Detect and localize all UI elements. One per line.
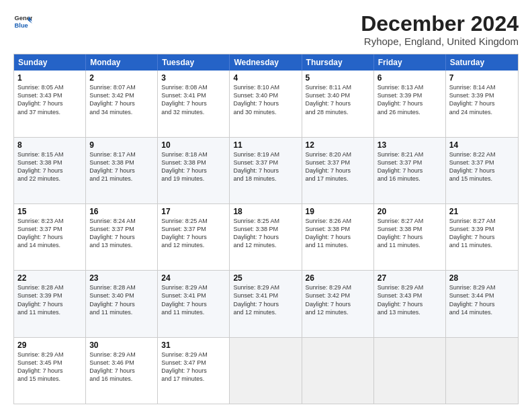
header-day-sunday: Sunday <box>14 54 86 71</box>
day-number: 30 <box>89 340 154 350</box>
calendar-day-31: 31Sunrise: 8:29 AMSunset: 3:47 PMDayligh… <box>158 338 230 404</box>
calendar-day-empty <box>446 338 518 404</box>
day-info: Sunrise: 8:14 AMSunset: 3:39 PMDaylight:… <box>449 83 515 116</box>
calendar-day-empty <box>230 338 302 404</box>
calendar-day-16: 16Sunrise: 8:24 AMSunset: 3:37 PMDayligh… <box>86 204 158 270</box>
calendar-body: 1Sunrise: 8:05 AMSunset: 3:43 PMDaylight… <box>14 71 518 404</box>
day-info: Sunrise: 8:25 AMSunset: 3:38 PMDaylight:… <box>233 217 298 250</box>
day-number: 14 <box>449 140 515 150</box>
day-info: Sunrise: 8:29 AMSunset: 3:44 PMDaylight:… <box>449 283 515 316</box>
day-number: 9 <box>89 140 154 150</box>
day-info: Sunrise: 8:21 AMSunset: 3:37 PMDaylight:… <box>378 150 442 183</box>
calendar-week-4: 22Sunrise: 8:28 AMSunset: 3:39 PMDayligh… <box>14 270 518 336</box>
calendar-day-30: 30Sunrise: 8:29 AMSunset: 3:46 PMDayligh… <box>86 338 158 404</box>
day-info: Sunrise: 8:28 AMSunset: 3:40 PMDaylight:… <box>89 283 154 316</box>
calendar-day-8: 8Sunrise: 8:15 AMSunset: 3:38 PMDaylight… <box>14 138 86 203</box>
day-number: 2 <box>89 73 154 83</box>
calendar-day-empty <box>374 338 446 404</box>
day-info: Sunrise: 8:05 AMSunset: 3:43 PMDaylight:… <box>17 83 82 116</box>
logo: General Blue General Blue <box>13 12 32 31</box>
header-day-wednesday: Wednesday <box>230 54 302 71</box>
day-number: 10 <box>161 140 226 150</box>
day-info: Sunrise: 8:10 AMSunset: 3:40 PMDaylight:… <box>233 83 298 116</box>
calendar-day-5: 5Sunrise: 8:11 AMSunset: 3:40 PMDaylight… <box>302 71 374 136</box>
calendar-day-3: 3Sunrise: 8:08 AMSunset: 3:41 PMDaylight… <box>158 71 230 136</box>
day-info: Sunrise: 8:29 AMSunset: 3:45 PMDaylight:… <box>17 351 82 383</box>
header-day-friday: Friday <box>374 54 446 71</box>
day-number: 21 <box>449 207 515 216</box>
header: General Blue General Blue December 2024 … <box>13 12 519 47</box>
day-info: Sunrise: 8:18 AMSunset: 3:38 PMDaylight:… <box>161 150 226 183</box>
day-number: 20 <box>378 207 442 216</box>
day-number: 4 <box>233 73 298 83</box>
calendar-day-14: 14Sunrise: 8:22 AMSunset: 3:37 PMDayligh… <box>446 138 518 203</box>
calendar-day-24: 24Sunrise: 8:29 AMSunset: 3:41 PMDayligh… <box>158 271 230 336</box>
calendar-day-18: 18Sunrise: 8:25 AMSunset: 3:38 PMDayligh… <box>230 204 302 270</box>
header-day-monday: Monday <box>86 54 158 71</box>
day-number: 5 <box>306 73 370 83</box>
calendar: SundayMondayTuesdayWednesdayThursdayFrid… <box>13 54 519 404</box>
day-number: 26 <box>306 273 370 283</box>
day-number: 16 <box>89 207 154 216</box>
calendar-title: December 2024 <box>361 12 519 36</box>
day-number: 18 <box>233 207 298 216</box>
day-number: 28 <box>449 273 515 283</box>
calendar-day-11: 11Sunrise: 8:19 AMSunset: 3:37 PMDayligh… <box>230 138 302 203</box>
calendar-day-4: 4Sunrise: 8:10 AMSunset: 3:40 PMDaylight… <box>230 71 302 136</box>
day-number: 22 <box>17 273 82 283</box>
day-info: Sunrise: 8:07 AMSunset: 3:42 PMDaylight:… <box>89 83 154 116</box>
day-info: Sunrise: 8:08 AMSunset: 3:41 PMDaylight:… <box>161 83 226 116</box>
calendar-day-1: 1Sunrise: 8:05 AMSunset: 3:43 PMDaylight… <box>14 71 86 136</box>
day-info: Sunrise: 8:27 AMSunset: 3:38 PMDaylight:… <box>378 217 442 250</box>
calendar-day-28: 28Sunrise: 8:29 AMSunset: 3:44 PMDayligh… <box>446 271 518 336</box>
calendar-day-6: 6Sunrise: 8:13 AMSunset: 3:39 PMDaylight… <box>374 71 446 136</box>
day-number: 13 <box>378 140 442 150</box>
day-info: Sunrise: 8:29 AMSunset: 3:41 PMDaylight:… <box>161 283 226 316</box>
calendar-day-20: 20Sunrise: 8:27 AMSunset: 3:38 PMDayligh… <box>374 204 446 270</box>
day-info: Sunrise: 8:24 AMSunset: 3:37 PMDaylight:… <box>89 217 154 250</box>
calendar-day-2: 2Sunrise: 8:07 AMSunset: 3:42 PMDaylight… <box>86 71 158 136</box>
title-block: December 2024 Ryhope, England, United Ki… <box>361 12 519 47</box>
calendar-day-12: 12Sunrise: 8:20 AMSunset: 3:37 PMDayligh… <box>302 138 374 203</box>
calendar-week-3: 15Sunrise: 8:23 AMSunset: 3:37 PMDayligh… <box>14 203 518 270</box>
day-number: 25 <box>233 273 298 283</box>
calendar-day-19: 19Sunrise: 8:26 AMSunset: 3:38 PMDayligh… <box>302 204 374 270</box>
calendar-week-1: 1Sunrise: 8:05 AMSunset: 3:43 PMDaylight… <box>14 71 518 136</box>
day-number: 31 <box>161 340 226 350</box>
day-number: 6 <box>378 73 442 83</box>
calendar-day-21: 21Sunrise: 8:27 AMSunset: 3:39 PMDayligh… <box>446 204 518 270</box>
calendar-day-15: 15Sunrise: 8:23 AMSunset: 3:37 PMDayligh… <box>14 204 86 270</box>
day-info: Sunrise: 8:13 AMSunset: 3:39 PMDaylight:… <box>378 83 442 116</box>
day-number: 24 <box>161 273 226 283</box>
day-number: 1 <box>17 73 82 83</box>
day-info: Sunrise: 8:26 AMSunset: 3:38 PMDaylight:… <box>306 217 370 250</box>
calendar-day-9: 9Sunrise: 8:17 AMSunset: 3:38 PMDaylight… <box>86 138 158 203</box>
day-number: 11 <box>233 140 298 150</box>
calendar-day-17: 17Sunrise: 8:25 AMSunset: 3:37 PMDayligh… <box>158 204 230 270</box>
calendar-day-25: 25Sunrise: 8:29 AMSunset: 3:41 PMDayligh… <box>230 271 302 336</box>
day-info: Sunrise: 8:22 AMSunset: 3:37 PMDaylight:… <box>449 150 515 183</box>
day-info: Sunrise: 8:29 AMSunset: 3:47 PMDaylight:… <box>161 351 226 383</box>
calendar-day-10: 10Sunrise: 8:18 AMSunset: 3:38 PMDayligh… <box>158 138 230 203</box>
day-info: Sunrise: 8:20 AMSunset: 3:37 PMDaylight:… <box>306 150 370 183</box>
calendar-day-22: 22Sunrise: 8:28 AMSunset: 3:39 PMDayligh… <box>14 271 86 336</box>
day-number: 3 <box>161 73 226 83</box>
day-info: Sunrise: 8:29 AMSunset: 3:43 PMDaylight:… <box>378 283 442 316</box>
calendar-week-2: 8Sunrise: 8:15 AMSunset: 3:38 PMDaylight… <box>14 137 518 203</box>
generalblue-logo-icon: General Blue <box>13 12 32 31</box>
calendar-day-27: 27Sunrise: 8:29 AMSunset: 3:43 PMDayligh… <box>374 271 446 336</box>
header-day-saturday: Saturday <box>446 54 518 71</box>
day-number: 15 <box>17 207 82 216</box>
calendar-header: SundayMondayTuesdayWednesdayThursdayFrid… <box>14 54 518 71</box>
day-info: Sunrise: 8:27 AMSunset: 3:39 PMDaylight:… <box>449 217 515 250</box>
day-info: Sunrise: 8:15 AMSunset: 3:38 PMDaylight:… <box>17 150 82 183</box>
day-info: Sunrise: 8:17 AMSunset: 3:38 PMDaylight:… <box>89 150 154 183</box>
calendar-subtitle: Ryhope, England, United Kingdom <box>361 36 519 47</box>
calendar-day-empty <box>302 338 374 404</box>
day-number: 7 <box>449 73 515 83</box>
calendar-day-26: 26Sunrise: 8:29 AMSunset: 3:42 PMDayligh… <box>302 271 374 336</box>
day-number: 12 <box>306 140 370 150</box>
day-info: Sunrise: 8:29 AMSunset: 3:42 PMDaylight:… <box>306 283 370 316</box>
calendar-day-7: 7Sunrise: 8:14 AMSunset: 3:39 PMDaylight… <box>446 71 518 136</box>
day-info: Sunrise: 8:29 AMSunset: 3:41 PMDaylight:… <box>233 283 298 316</box>
